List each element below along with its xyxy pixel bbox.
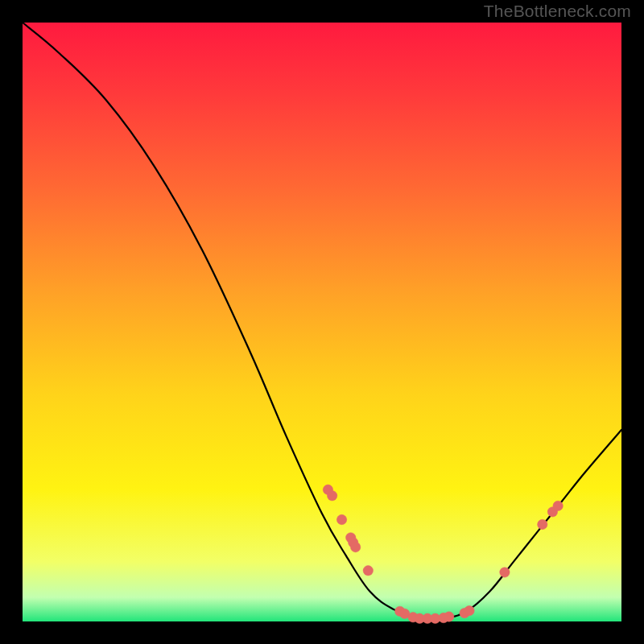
data-marker (363, 566, 373, 576)
data-marker (553, 501, 563, 510)
chart-frame: TheBottleneck.com (0, 0, 644, 644)
data-marker (500, 568, 510, 577)
data-marker (444, 612, 454, 621)
data-markers (323, 485, 563, 623)
data-marker (464, 605, 474, 615)
plot-surface (23, 23, 621, 621)
data-marker (336, 514, 346, 524)
bottleneck-curve (23, 23, 621, 620)
watermark-source: TheBottleneck.com (484, 2, 631, 21)
data-marker (350, 543, 360, 552)
chart-overlay (23, 23, 621, 621)
data-marker (327, 491, 336, 501)
data-marker (538, 519, 547, 529)
